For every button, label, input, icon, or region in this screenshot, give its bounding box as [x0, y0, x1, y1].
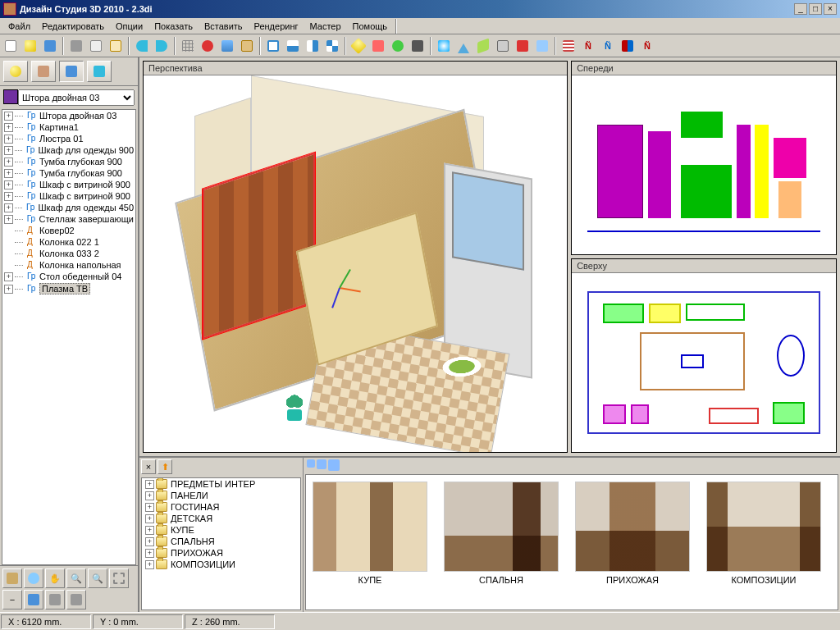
magnet-s-button[interactable]: Ñ: [599, 37, 617, 55]
scene-tree-item[interactable]: +ГрШкаф с витриной 900: [2, 190, 135, 202]
expand-toggle[interactable]: +: [4, 158, 13, 167]
viewport-front-canvas[interactable]: [572, 75, 836, 254]
library-tree-item[interactable]: +СПАЛЬНЯ: [142, 536, 300, 547]
magnet-align-button[interactable]: [619, 37, 637, 55]
expand-toggle[interactable]: +: [4, 135, 13, 144]
menu-options[interactable]: Опции: [111, 21, 148, 32]
library-thumb[interactable]: КУПЕ: [313, 482, 427, 585]
magnet-off-button[interactable]: Ñ: [638, 37, 656, 55]
library-tree-item[interactable]: +КУПЕ: [142, 524, 300, 536]
object-select[interactable]: Штора двойная 03: [18, 89, 135, 106]
expand-toggle[interactable]: +: [145, 491, 154, 500]
scene-tree-item[interactable]: +ГрТумба глубокая 900: [2, 156, 135, 167]
mode-furn-button[interactable]: [31, 61, 56, 82]
properties-button[interactable]: [533, 37, 551, 55]
library-tree-item[interactable]: +ПАНЕЛИ: [142, 490, 300, 501]
expand-toggle[interactable]: +: [4, 123, 13, 132]
viewport-top-canvas[interactable]: [572, 273, 836, 452]
menu-master[interactable]: Мастер: [305, 21, 346, 32]
expand-toggle[interactable]: +: [145, 526, 154, 535]
viewport-perspective-canvas[interactable]: [144, 75, 567, 452]
library-tree-item[interactable]: +ГОСТИНАЯ: [142, 501, 300, 513]
magnet-n-button[interactable]: Ñ: [579, 37, 597, 55]
library-tree-item[interactable]: +ДЕТСКАЯ: [142, 513, 300, 524]
light-button[interactable]: [389, 37, 407, 55]
open-button[interactable]: [21, 37, 39, 55]
library-close-button[interactable]: ×: [141, 459, 156, 474]
library-tree-item[interactable]: +КОМПОЗИЦИИ: [142, 559, 300, 570]
scene-tree-item[interactable]: +ГрШтора двойная 03: [2, 110, 135, 121]
expand-toggle[interactable]: +: [4, 112, 13, 121]
zoom-region-button[interactable]: 🔍: [88, 568, 107, 588]
color-swatch[interactable]: [3, 89, 18, 104]
scene-tree-item[interactable]: +ГрКартина1: [2, 121, 135, 133]
menu-file[interactable]: Файл: [3, 21, 35, 32]
library-tree-item[interactable]: +ПРИХОЖАЯ: [142, 547, 300, 559]
menu-show[interactable]: Показать: [149, 21, 198, 32]
scene-tree-item[interactable]: +ГрШкаф для одежды 450: [2, 202, 135, 213]
copy-button[interactable]: [87, 37, 105, 55]
mode-scene-button[interactable]: [59, 61, 84, 82]
view-opt2-button[interactable]: [66, 590, 86, 609]
primitive-button[interactable]: [474, 37, 492, 55]
transform-gizmo[interactable]: [323, 271, 356, 304]
scene-tree-item[interactable]: ДКолонка напольная: [2, 259, 135, 271]
edit3d-button[interactable]: [494, 37, 512, 55]
viewport-4-button[interactable]: [323, 37, 341, 55]
zoom-button[interactable]: 🔍: [66, 568, 86, 588]
new-button[interactable]: [2, 37, 20, 55]
expand-toggle[interactable]: +: [4, 169, 13, 178]
viewport-2-button[interactable]: [284, 37, 302, 55]
expand-toggle[interactable]: +: [4, 272, 13, 281]
expand-toggle[interactable]: +: [145, 549, 154, 558]
thumb-small-button[interactable]: [307, 459, 315, 471]
snap-button[interactable]: [199, 37, 217, 55]
viewport-3-button[interactable]: [304, 37, 322, 55]
catalog-button[interactable]: [559, 37, 578, 55]
walk-button[interactable]: [24, 590, 43, 609]
scene-tree[interactable]: +ГрШтора двойная 03+ГрКартина1+ГрЛюстра …: [2, 109, 136, 565]
orbit-button[interactable]: [24, 568, 43, 588]
expand-toggle[interactable]: +: [145, 503, 154, 512]
expand-toggle[interactable]: +: [145, 514, 154, 523]
thumb-large-button[interactable]: [328, 459, 340, 471]
menu-help[interactable]: Помощь: [348, 21, 393, 32]
viewport-1-button[interactable]: [264, 37, 282, 55]
scene-tree-item[interactable]: +ГрСтеллаж завершающи: [2, 213, 135, 225]
expand-toggle[interactable]: +: [4, 215, 13, 224]
menu-edit[interactable]: Редактировать: [37, 21, 109, 32]
expand-toggle[interactable]: +: [4, 192, 13, 201]
viewport-perspective[interactable]: Перспектива: [143, 61, 568, 453]
scene-tree-item[interactable]: +ГрШкаф с витриной 900: [2, 179, 135, 190]
minimize-button[interactable]: _: [794, 3, 807, 15]
undo-button[interactable]: [133, 37, 151, 55]
thumb-med-button[interactable]: [317, 459, 326, 471]
dimension-button[interactable]: [369, 37, 387, 55]
expand-toggle[interactable]: +: [4, 180, 13, 189]
expand-toggle[interactable]: +: [145, 560, 154, 569]
cone-button[interactable]: [454, 37, 472, 55]
expand-toggle[interactable]: +: [4, 285, 13, 294]
scene-tree-item[interactable]: +ГрЛюстра 01: [2, 133, 135, 144]
scene-tree-item[interactable]: +ГрСтол обеденный 04: [2, 271, 135, 282]
scene-tree-item[interactable]: ДКолонка 022 1: [2, 236, 135, 248]
mode-plan-button[interactable]: [87, 61, 112, 82]
save-button[interactable]: [41, 37, 59, 55]
scene-tree-item[interactable]: ДКовер02: [2, 225, 135, 236]
measure-button[interactable]: [349, 37, 368, 55]
viewport-top[interactable]: Сверху: [571, 258, 837, 453]
menu-insert[interactable]: Вставить: [199, 21, 248, 32]
paste-button[interactable]: [107, 37, 125, 55]
close-button[interactable]: ×: [824, 3, 837, 15]
library-thumb[interactable]: КОМПОЗИЦИИ: [706, 482, 821, 585]
expand-toggle[interactable]: +: [4, 203, 13, 212]
layers-button[interactable]: [218, 37, 236, 55]
zoom-fit-button[interactable]: [109, 568, 129, 588]
cut-button[interactable]: [67, 37, 85, 55]
expand-toggle[interactable]: +: [145, 537, 154, 546]
maximize-button[interactable]: □: [809, 3, 822, 15]
select-push-button[interactable]: [514, 37, 532, 55]
library-tree[interactable]: +ПРЕДМЕТЫ ИНТЕР+ПАНЕЛИ+ГОСТИНАЯ+ДЕТСКАЯ+…: [141, 477, 301, 610]
camera-button[interactable]: [409, 37, 427, 55]
grid-button[interactable]: [179, 37, 197, 55]
